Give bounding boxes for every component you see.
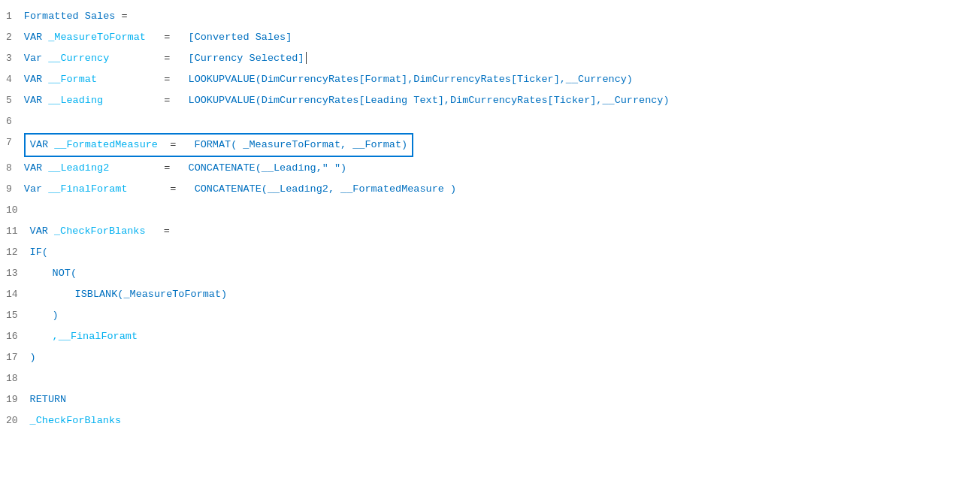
code-line: 15) — [0, 305, 980, 326]
code-line: 16,__FinalForamt — [0, 326, 980, 347]
line-number: 12 — [0, 243, 30, 262]
code-line: 11VAR _CheckForBlanks = — [0, 221, 980, 242]
line-content: VAR _MeasureToFormat = [Converted Sales] — [24, 28, 980, 47]
line-content: IF( — [30, 243, 980, 262]
line-content: VAR __Leading = LOOKUPVALUE(DimCurrencyR… — [24, 91, 980, 110]
line-number: 6 — [0, 112, 24, 132]
code-line: 4VAR __Format = LOOKUPVALUE(DimCurrencyR… — [0, 69, 980, 90]
line-number: 1 — [0, 7, 24, 26]
line-content: ) — [30, 306, 980, 325]
line-content: VAR __Format = LOOKUPVALUE(DimCurrencyRa… — [24, 70, 980, 89]
code-line: 1Formatted Sales = — [0, 6, 980, 27]
code-line: 18 — [0, 368, 980, 389]
line-content: Var __FinalForamt = CONCATENATE(__Leadin… — [24, 180, 980, 199]
code-line: 8VAR __Leading2 = CONCATENATE(__Leading,… — [0, 158, 980, 179]
code-editor[interactable]: 1Formatted Sales =2VAR _MeasureToFormat … — [0, 0, 980, 478]
code-line: 19RETURN — [0, 389, 980, 410]
line-number: 10 — [0, 201, 30, 220]
code-line: 5VAR __Leading = LOOKUPVALUE(DimCurrency… — [0, 90, 980, 111]
line-number: 8 — [0, 159, 24, 178]
line-number: 4 — [0, 70, 24, 89]
line-content: VAR __FormatedMeasure = FORMAT( _Measure… — [24, 133, 980, 157]
highlighted-line-box: VAR __FormatedMeasure = FORMAT( _Measure… — [24, 133, 413, 157]
line-number: 9 — [0, 180, 24, 199]
line-content: VAR _CheckForBlanks = — [30, 222, 980, 241]
code-line: 2VAR _MeasureToFormat = [Converted Sales… — [0, 27, 980, 48]
line-number: 17 — [0, 348, 30, 368]
line-number: 2 — [0, 28, 24, 47]
line-number: 18 — [0, 369, 30, 389]
line-content: NOT( — [30, 264, 980, 283]
line-number: 16 — [0, 327, 30, 346]
line-number: 14 — [0, 285, 30, 304]
code-line: 14ISBLANK(_MeasureToFormat) — [0, 284, 980, 305]
line-number: 3 — [0, 49, 24, 68]
code-line: 12IF( — [0, 242, 980, 263]
line-content: VAR __Leading2 = CONCATENATE(__Leading,"… — [24, 159, 980, 178]
line-content: _CheckForBlanks — [30, 411, 980, 431]
line-number: 5 — [0, 91, 24, 110]
code-line: 13NOT( — [0, 263, 980, 284]
code-line: 7VAR __FormatedMeasure = FORMAT( _Measur… — [0, 132, 980, 158]
line-content: Formatted Sales = — [24, 7, 980, 26]
line-content: ,__FinalForamt — [30, 327, 980, 346]
code-line: 9Var __FinalForamt = CONCATENATE(__Leadi… — [0, 179, 980, 200]
line-number: 19 — [0, 390, 30, 410]
line-content: ISBLANK(_MeasureToFormat) — [30, 285, 980, 304]
line-number: 7 — [0, 133, 24, 153]
line-content: Var __Currency = [Currency Selected] — [24, 49, 980, 68]
text-cursor — [306, 52, 307, 64]
line-content: ) — [30, 348, 980, 368]
code-line: 6 — [0, 111, 980, 132]
code-line: 3Var __Currency = [Currency Selected] — [0, 48, 980, 69]
code-line: 17) — [0, 347, 980, 368]
code-line: 10 — [0, 200, 980, 221]
code-line: 20_CheckForBlanks — [0, 410, 980, 431]
line-number: 15 — [0, 306, 30, 325]
line-number: 11 — [0, 222, 30, 241]
line-content: RETURN — [30, 390, 980, 410]
line-number: 13 — [0, 264, 30, 283]
line-number: 20 — [0, 411, 30, 431]
